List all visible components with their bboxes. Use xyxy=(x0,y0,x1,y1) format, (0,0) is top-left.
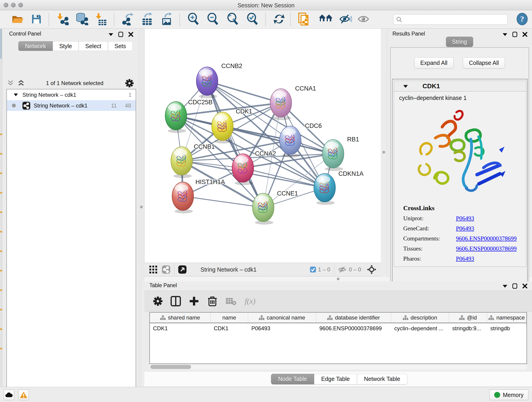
import-network-database-button[interactable] xyxy=(76,13,89,26)
warnings-button[interactable] xyxy=(18,390,29,400)
crosslink-link[interactable]: 9606.ENSP00000378699 xyxy=(456,245,517,252)
search-input[interactable] xyxy=(402,16,500,23)
node-cdc6[interactable] xyxy=(279,126,301,157)
table-cell[interactable]: cyclin–dependent ... xyxy=(391,323,449,333)
panel-close-icon[interactable] xyxy=(522,32,527,37)
hide-selected-button[interactable] xyxy=(339,14,352,25)
collapse-all-button[interactable]: Collapse All xyxy=(463,57,505,69)
network-search-box[interactable] xyxy=(393,14,508,25)
column-header-description[interactable]: description xyxy=(391,313,449,323)
network-row[interactable]: String Network – cdk1 11 48 xyxy=(7,100,136,111)
collapse-all-tree-icon[interactable] xyxy=(18,80,24,86)
panel-close-icon[interactable] xyxy=(522,283,527,288)
node-ccne1[interactable] xyxy=(253,193,274,225)
table-cell[interactable]: P06493 xyxy=(248,323,316,333)
table-cell[interactable]: stringdb:9... xyxy=(449,323,487,333)
panel-collapse-icon[interactable] xyxy=(109,33,113,36)
panel-float-icon[interactable] xyxy=(512,283,517,289)
network-canvas[interactable]: CCNB2CCNA1CDC25BCDK1CDC6RB1CCNB1CCNA2CDK… xyxy=(144,29,381,263)
node-rb1[interactable] xyxy=(322,140,344,171)
refresh-button[interactable] xyxy=(273,13,285,26)
column-header-databaseidentifier[interactable]: database identifier xyxy=(316,313,391,323)
node-hist1h1a[interactable] xyxy=(172,182,194,213)
protein-card-header[interactable]: CDK1 xyxy=(394,81,526,91)
first-neighbors-button[interactable] xyxy=(319,13,333,26)
open-in-window-icon[interactable] xyxy=(178,265,187,274)
bottom-splitter-handle[interactable] xyxy=(337,278,340,280)
tab-edge-table[interactable]: Edge Table xyxy=(314,374,357,384)
copy-network-button[interactable] xyxy=(298,12,310,27)
node-cdc25b[interactable] xyxy=(165,102,187,133)
memory-button[interactable]: Memory xyxy=(489,390,528,400)
node-ccnb1[interactable] xyxy=(171,147,192,178)
panel-float-icon[interactable] xyxy=(118,32,123,37)
table-options-gear-icon[interactable] xyxy=(153,296,163,306)
crosslink-link[interactable]: P06493 xyxy=(456,215,474,222)
show-columns-icon[interactable] xyxy=(171,296,181,306)
node-table[interactable]: shared namenamecanonical namedatabase id… xyxy=(149,312,527,364)
right-splitter[interactable] xyxy=(381,29,387,277)
control-panel: Control Panel NetworkStyleSelectSets 1 o… xyxy=(3,29,138,386)
crosslink-link[interactable]: 9606.ENSP00000378699 xyxy=(456,235,517,242)
delete-column-icon[interactable] xyxy=(208,296,217,307)
column-header-sharedname[interactable]: shared name xyxy=(150,313,210,323)
panel-float-icon[interactable] xyxy=(512,32,517,37)
import-table-file-button[interactable] xyxy=(95,13,107,26)
toolbar-divider xyxy=(334,264,334,274)
zoom-selected-button[interactable] xyxy=(247,13,259,26)
right-splitter-handle[interactable] xyxy=(382,151,385,153)
add-column-icon[interactable] xyxy=(189,296,199,306)
node-ccnb2[interactable] xyxy=(196,67,218,98)
pan-crosshair-icon[interactable] xyxy=(367,264,377,274)
tab-string[interactable]: String xyxy=(446,37,473,47)
tab-network-table[interactable]: Network Table xyxy=(357,374,407,384)
network-badge-icon[interactable] xyxy=(162,265,171,274)
zoom-in-button[interactable] xyxy=(187,13,199,26)
expand-all-tree-icon[interactable] xyxy=(7,80,14,86)
tab-node-table[interactable]: Node Table xyxy=(271,374,314,384)
column-header-canonicalname[interactable]: canonical name xyxy=(248,313,316,323)
tab-select[interactable]: Select xyxy=(79,41,108,51)
expand-all-button[interactable]: Expand All xyxy=(414,57,454,69)
table-horizontal-scrollbar[interactable] xyxy=(149,364,527,370)
birds-eye-grid-icon[interactable] xyxy=(149,266,157,274)
tree-expander-icon[interactable] xyxy=(14,93,18,96)
save-session-button[interactable] xyxy=(31,14,42,25)
edge-hist1h1a-ccne1[interactable] xyxy=(183,196,263,207)
panel-close-icon[interactable] xyxy=(128,32,133,37)
tab-network[interactable]: Network xyxy=(18,41,53,51)
table-cell[interactable]: stringdb xyxy=(487,323,526,333)
selected-checkbox-icon[interactable] xyxy=(310,266,316,273)
tab-sets[interactable]: Sets xyxy=(108,41,133,51)
node-cdk1[interactable] xyxy=(212,112,233,143)
panel-collapse-icon[interactable] xyxy=(503,284,507,288)
column-header-name[interactable]: name xyxy=(210,313,248,323)
crosslink-link[interactable]: P06493 xyxy=(456,225,474,232)
cloud-status-button[interactable] xyxy=(4,390,14,400)
export-network-button[interactable] xyxy=(121,13,134,26)
column-header-namespace[interactable]: namespace xyxy=(487,313,526,323)
network-view[interactable]: CCNB2CCNA1CDC25BCDK1CDC6RB1CCNB1CCNA2CDK… xyxy=(145,29,380,262)
zoom-fit-button[interactable] xyxy=(227,13,239,26)
zoom-out-button[interactable] xyxy=(207,13,219,26)
crosslink-link[interactable]: P06493 xyxy=(456,255,474,262)
help-button[interactable]: ? xyxy=(516,13,528,26)
table-cell[interactable]: 9606.ENSP00000378699 xyxy=(316,323,391,333)
table-row[interactable]: CDK1CDK1P064939606.ENSP00000378699cyclin… xyxy=(150,323,526,333)
network-options-gear-icon[interactable] xyxy=(125,79,134,88)
panel-collapse-icon[interactable] xyxy=(503,33,507,36)
show-all-button[interactable] xyxy=(357,14,370,25)
node-cdkn1a[interactable] xyxy=(314,173,336,205)
card-expander-icon[interactable] xyxy=(403,85,408,88)
export-table-button[interactable] xyxy=(141,13,153,26)
table-scrollbar-thumb[interactable] xyxy=(150,365,191,369)
export-image-button[interactable] xyxy=(160,13,173,26)
left-splitter-handle[interactable] xyxy=(140,206,143,208)
table-cell[interactable]: CDK1 xyxy=(150,323,210,333)
column-header-id[interactable]: @id xyxy=(449,313,487,323)
tab-style[interactable]: Style xyxy=(53,41,79,51)
open-session-button[interactable] xyxy=(12,14,24,25)
network-collection-row[interactable]: String Network – cdk1 1 xyxy=(7,89,136,100)
import-network-file-button[interactable] xyxy=(56,13,69,26)
table-cell[interactable]: CDK1 xyxy=(210,323,248,333)
